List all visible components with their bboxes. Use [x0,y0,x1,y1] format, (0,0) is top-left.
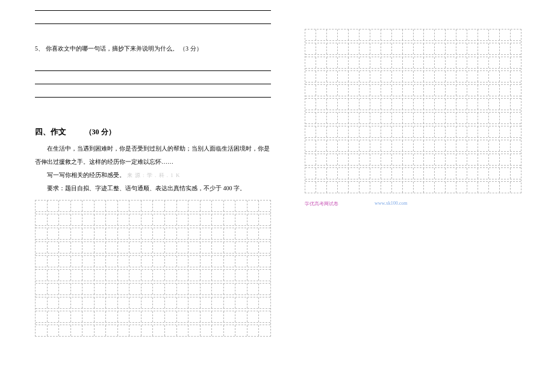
grid-cell[interactable] [259,311,270,322]
grid-cell[interactable] [403,126,414,137]
grid-cell[interactable] [414,43,425,54]
grid-cell[interactable] [259,242,270,253]
grid-cell[interactable] [48,270,60,281]
grid-cell[interactable] [36,284,48,294]
grid-cell[interactable] [212,297,224,308]
grid-cell[interactable] [142,270,154,281]
grid-cell[interactable] [177,256,189,267]
grid-cell[interactable] [349,30,359,40]
grid-cell[interactable] [456,99,467,110]
grid-cell[interactable] [153,201,165,211]
grid-cell[interactable] [327,126,338,137]
grid-cell[interactable] [414,113,425,123]
grid-cell[interactable] [403,182,414,193]
grid-cell[interactable] [118,228,130,239]
grid-cell[interactable] [316,154,327,165]
grid-cell[interactable] [247,297,260,308]
grid-cell[interactable] [435,126,446,137]
grid-cell[interactable] [235,256,247,267]
grid-cell[interactable] [370,99,381,110]
grid-cell[interactable] [359,85,370,96]
grid-cell[interactable] [489,140,500,151]
grid-cell[interactable] [511,154,521,165]
grid-cell[interactable] [316,99,327,110]
grid-cell[interactable] [403,43,414,54]
grid-cell[interactable] [59,270,71,281]
grid-cell[interactable] [467,99,478,110]
grid-cell[interactable] [305,154,316,165]
grid-cell[interactable] [82,297,95,308]
grid-cell[interactable] [511,30,521,40]
grid-cell[interactable] [500,154,511,165]
grid-cell[interactable] [201,311,213,322]
grid-cell[interactable] [338,71,349,82]
grid-cell[interactable] [446,182,456,193]
grid-cell[interactable] [129,214,142,225]
grid-cell[interactable] [327,154,338,165]
grid-cell[interactable] [153,214,165,225]
grid-cell[interactable] [188,325,201,336]
grid-cell[interactable] [71,297,83,308]
grid-cell[interactable] [48,228,60,239]
grid-cell[interactable] [511,140,521,151]
grid-cell[interactable] [511,71,521,82]
grid-cell[interactable] [349,140,359,151]
grid-cell[interactable] [142,256,154,267]
grid-cell[interactable] [467,154,478,165]
grid-cell[interactable] [188,284,201,294]
grid-cell[interactable] [500,85,511,96]
grid-cell[interactable] [201,256,213,267]
grid-cell[interactable] [201,214,213,225]
grid-cell[interactable] [489,43,500,54]
grid-cell[interactable] [424,126,435,137]
grid-cell[interactable] [259,297,270,308]
grid-cell[interactable] [414,140,425,151]
grid-cell[interactable] [327,182,338,193]
grid-cell[interactable] [478,43,489,54]
grid-cell[interactable] [327,71,338,82]
grid-cell[interactable] [247,270,260,281]
answer-line[interactable] [35,0,271,11]
grid-cell[interactable] [381,43,392,54]
grid-cell[interactable] [106,214,118,225]
grid-cell[interactable] [456,140,467,151]
grid-cell[interactable] [95,284,107,294]
grid-cell[interactable] [511,99,521,110]
grid-cell[interactable] [316,113,327,123]
grid-cell[interactable] [489,126,500,137]
grid-cell[interactable] [201,297,213,308]
grid-cell[interactable] [153,297,165,308]
grid-cell[interactable] [224,297,236,308]
grid-cell[interactable] [188,270,201,281]
grid-cell[interactable] [235,214,247,225]
grid-cell[interactable] [435,182,446,193]
grid-cell[interactable] [129,284,142,294]
grid-cell[interactable] [381,71,392,82]
grid-cell[interactable] [177,201,189,211]
grid-cell[interactable] [118,325,130,336]
grid-cell[interactable] [305,182,316,193]
grid-cell[interactable] [414,99,425,110]
grid-cell[interactable] [316,182,327,193]
grid-cell[interactable] [106,325,118,336]
grid-cell[interactable] [235,201,247,211]
grid-cell[interactable] [118,256,130,267]
grid-cell[interactable] [489,85,500,96]
grid-cell[interactable] [370,85,381,96]
grid-cell[interactable] [106,297,118,308]
grid-cell[interactable] [201,284,213,294]
grid-cell[interactable] [118,242,130,253]
grid-cell[interactable] [511,126,521,137]
grid-cell[interactable] [338,43,349,54]
grid-cell[interactable] [305,113,316,123]
grid-cell[interactable] [327,85,338,96]
grid-cell[interactable] [435,30,446,40]
grid-cell[interactable] [467,57,478,68]
grid-cell[interactable] [338,140,349,151]
grid-cell[interactable] [201,325,213,336]
essay-grid-right[interactable] [305,29,521,193]
grid-cell[interactable] [392,113,403,123]
grid-cell[interactable] [247,201,260,211]
grid-cell[interactable] [59,325,71,336]
grid-cell[interactable] [177,325,189,336]
